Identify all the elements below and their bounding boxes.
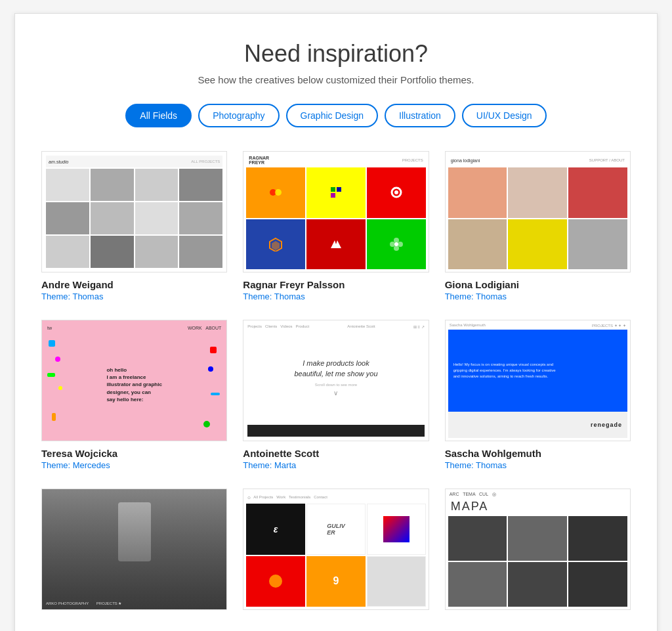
m-shape-icon xyxy=(329,238,343,251)
card-thumbnail-7: ARKO PHOTOGRAPHY PROJECTS ★ xyxy=(41,489,227,610)
svg-marker-8 xyxy=(272,241,280,250)
card-theme-2: Theme: Thomas xyxy=(243,292,429,301)
svg-point-9 xyxy=(394,238,399,243)
letter-guliver: GULIVER xyxy=(327,523,345,536)
portfolio-card-2[interactable]: RAGNARFREYR PROJECTS xyxy=(243,151,429,301)
warm-cell-2 xyxy=(508,167,567,218)
letter-e: ε xyxy=(274,524,278,534)
card-thumbnail-5: Projects Clients Videos Product Antoinet… xyxy=(243,320,429,441)
green-shape-icon xyxy=(329,186,343,199)
card5-icons: ⊞ ≡ ↗ xyxy=(413,324,425,329)
portfolio-card-1[interactable]: am.studio ALL PROJECTS xyxy=(41,151,227,301)
bw-cell xyxy=(91,169,134,201)
card1-logo: am.studio xyxy=(49,160,68,164)
bw-cell xyxy=(179,236,222,268)
svg-rect-3 xyxy=(337,187,341,192)
svg-point-10 xyxy=(398,242,403,247)
color-cell xyxy=(306,219,366,270)
bw-cell xyxy=(179,169,222,201)
card-thumbnail-1: am.studio ALL PROJECTS xyxy=(41,151,227,272)
filter-illustration[interactable]: Illustration xyxy=(385,104,455,127)
card-theme-5: Theme: Marta xyxy=(243,460,429,470)
card7-person-figure xyxy=(118,502,151,561)
card2-logo: RAGNARFREYR xyxy=(249,156,269,165)
hex-icon xyxy=(268,237,283,251)
card5-bottom-bar xyxy=(247,425,424,437)
card2-header: RAGNARFREYR PROJECTS xyxy=(246,154,425,166)
card-thumbnail-3: giona lodigiani SUPPORT / ABOUT xyxy=(445,151,631,272)
warm-cell-6 xyxy=(568,219,627,270)
bw-cell xyxy=(91,236,134,268)
page-title: Need inspiration? xyxy=(41,40,631,68)
svg-point-11 xyxy=(394,246,399,251)
card-theme-3: Theme: Thomas xyxy=(445,292,631,301)
svg-point-1 xyxy=(275,189,282,196)
bw-cell xyxy=(135,202,178,234)
card3-logo: giona lodigiani xyxy=(451,158,480,163)
portfolio-card-3[interactable]: giona lodigiani SUPPORT / ABOUT Giona Lo… xyxy=(445,151,631,301)
color-cell xyxy=(306,167,366,218)
portfolio-card-4[interactable]: tw WORK ABOUT oh hell xyxy=(41,320,227,470)
bw-cell xyxy=(46,236,89,268)
grid-cell xyxy=(367,556,426,607)
card-name-4: Teresa Wojcicka xyxy=(41,448,227,459)
svg-point-6 xyxy=(394,190,398,194)
portfolio-card-6[interactable]: Sascha Wohlgemuth PROJECTS ✦ ✦ ✦ Hello! … xyxy=(445,320,631,470)
number-9: 9 xyxy=(333,575,339,587)
orange-circles-icon xyxy=(268,185,284,200)
page-wrapper: Need inspiration? See how the creatives … xyxy=(14,13,658,631)
warm-cell-3 xyxy=(568,167,627,218)
filter-uiux-design[interactable]: UI/UX Design xyxy=(462,104,547,127)
portfolio-card-8[interactable]: ⊙ All Projects Work Testimonials Contact… xyxy=(243,489,429,618)
svg-point-12 xyxy=(390,242,395,247)
card1-nav: ALL PROJECTS xyxy=(191,160,220,163)
orange-circle xyxy=(269,575,282,588)
bw-cell xyxy=(46,202,89,234)
portfolio-card-9[interactable]: ARC TEMA CUL ◎ MAPA xyxy=(445,489,631,618)
dark-cell xyxy=(568,562,627,607)
card5-header: Projects Clients Videos Product Antoinet… xyxy=(247,324,424,329)
grid-cell: 9 xyxy=(306,556,366,607)
card5-sub: Scroll down to see more xyxy=(315,383,357,387)
filter-bar: All Fields Photography Graphic Design Il… xyxy=(41,104,631,127)
dark-cell xyxy=(508,562,567,607)
svg-point-13 xyxy=(394,242,398,246)
gradient-swatch xyxy=(383,516,410,542)
color-cell xyxy=(367,219,426,270)
card6-text: Hello! My focus is on creating unique vi… xyxy=(453,362,556,380)
card8-header: ⊙ All Projects Work Testimonials Contact xyxy=(246,492,425,502)
card2-grid xyxy=(246,167,425,269)
card6-header: Sascha Wohlgemuth PROJECTS ✦ ✦ ✦ xyxy=(448,323,627,328)
portfolio-card-5[interactable]: Projects Clients Videos Product Antoinet… xyxy=(243,320,429,470)
grid-cell: ε xyxy=(246,504,305,555)
card9-title: MAPA xyxy=(448,500,627,513)
card4-content: oh hello I am a freelance illustrator an… xyxy=(47,334,221,435)
filter-graphic-design[interactable]: Graphic Design xyxy=(286,104,379,127)
card-thumbnail-2: RAGNARFREYR PROJECTS xyxy=(243,151,429,272)
card6-blue-section: Hello! My focus is on creating unique vi… xyxy=(448,330,627,412)
portfolio-card-7[interactable]: ARKO PHOTOGRAPHY PROJECTS ★ xyxy=(41,489,227,618)
card-name-1: Andre Weigand xyxy=(41,279,227,290)
card6-logo: Sascha Wohlgemuth xyxy=(450,323,486,328)
chevron-down-icon: ∨ xyxy=(333,389,338,397)
card-theme-1: Theme: Thomas xyxy=(41,292,227,301)
svg-rect-4 xyxy=(331,193,335,198)
card5-tagline: I make products lookbeautiful, let me sh… xyxy=(294,359,377,379)
card6-nav: PROJECTS ✦ ✦ ✦ xyxy=(592,323,626,328)
warm-cell-1 xyxy=(448,167,507,218)
color-cell xyxy=(367,167,426,218)
card-theme-6: Theme: Thomas xyxy=(445,460,631,470)
card3-header: giona lodigiani SUPPORT / ABOUT xyxy=(448,154,627,166)
card5-name: Antoinette Scott xyxy=(347,324,375,329)
card8-nav: All Projects Work Testimonials Contact xyxy=(253,495,327,499)
grid-cell xyxy=(367,504,426,555)
dark-cell xyxy=(568,516,627,561)
card-name-5: Antoinette Scott xyxy=(243,448,429,459)
filter-photography[interactable]: Photography xyxy=(198,104,279,127)
card2-nav: PROJECTS xyxy=(402,158,423,162)
filter-all-fields[interactable]: All Fields xyxy=(125,104,192,127)
card7-text: ARKO PHOTOGRAPHY PROJECTS ★ xyxy=(46,601,222,605)
grid-cell: GULIVER xyxy=(306,504,366,555)
card4-text: oh hello I am a freelance illustrator an… xyxy=(106,366,161,403)
card-thumbnail-9: ARC TEMA CUL ◎ MAPA xyxy=(445,489,631,610)
